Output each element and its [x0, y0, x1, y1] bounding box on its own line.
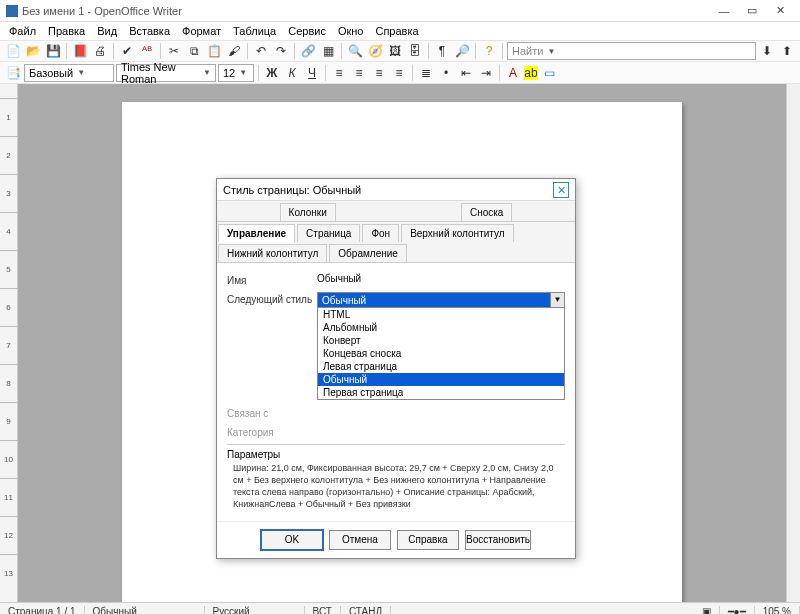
- status-view-icon[interactable]: ▣: [694, 606, 720, 614]
- status-zoom-slider[interactable]: ━●━: [720, 606, 755, 614]
- italic-button[interactable]: К: [283, 64, 301, 82]
- indent-increase-icon[interactable]: ⇥: [477, 64, 495, 82]
- dialog-titlebar[interactable]: Стиль страницы: Обычный ✕: [217, 179, 575, 201]
- formatting-toolbar: 📑 Базовый▼ Times New Roman▼ 12▼ Ж К Ч ≡ …: [0, 62, 800, 84]
- autospell-icon[interactable]: ᴬᴮ: [138, 42, 156, 60]
- cancel-button[interactable]: Отмена: [329, 530, 391, 550]
- tab-footer[interactable]: Нижний колонтитул: [218, 244, 327, 262]
- find-icon[interactable]: 🔍: [346, 42, 364, 60]
- paragraph-style-combo[interactable]: Базовый▼: [24, 64, 114, 82]
- status-style[interactable]: Обычный: [85, 606, 205, 614]
- find-next-icon[interactable]: ⬇: [758, 42, 776, 60]
- label-category: Категория: [227, 425, 317, 438]
- separator: [258, 65, 259, 81]
- option-landscape[interactable]: Альбомный: [318, 321, 564, 334]
- option-endnote[interactable]: Концевая сноска: [318, 347, 564, 360]
- option-html[interactable]: HTML: [318, 308, 564, 321]
- window-title: Без имени 1 - OpenOffice Writer: [22, 5, 710, 17]
- chevron-down-icon[interactable]: ▼: [550, 293, 564, 307]
- menu-window[interactable]: Окно: [333, 24, 369, 38]
- find-input[interactable]: Найти ▼: [507, 42, 756, 60]
- tab-columns[interactable]: Колонки: [280, 203, 336, 221]
- zoom-icon[interactable]: 🔎: [453, 42, 471, 60]
- export-pdf-icon[interactable]: 📕: [71, 42, 89, 60]
- status-selection-mode[interactable]: СТАНД: [341, 606, 391, 614]
- redo-icon[interactable]: ↷: [272, 42, 290, 60]
- menu-tools[interactable]: Сервис: [283, 24, 331, 38]
- window-titlebar: Без имени 1 - OpenOffice Writer — ▭ ✕: [0, 0, 800, 22]
- copy-icon[interactable]: ⧉: [185, 42, 203, 60]
- navigator-icon[interactable]: 🧭: [366, 42, 384, 60]
- cut-icon[interactable]: ✂: [165, 42, 183, 60]
- menu-edit[interactable]: Правка: [43, 24, 90, 38]
- tab-borders[interactable]: Обрамление: [329, 244, 407, 262]
- chevron-down-icon: ▼: [77, 68, 85, 77]
- tab-background[interactable]: Фон: [362, 224, 399, 242]
- menu-table[interactable]: Таблица: [228, 24, 281, 38]
- tab-page[interactable]: Страница: [297, 224, 360, 242]
- open-icon[interactable]: 📂: [24, 42, 42, 60]
- table-icon[interactable]: ▦: [319, 42, 337, 60]
- font-size-combo[interactable]: 12▼: [218, 64, 254, 82]
- option-first-page[interactable]: Первая страница: [318, 386, 564, 399]
- align-justify-icon[interactable]: ≡: [390, 64, 408, 82]
- menu-insert[interactable]: Вставка: [124, 24, 175, 38]
- status-zoom[interactable]: 105 %: [755, 606, 800, 614]
- option-envelope[interactable]: Конверт: [318, 334, 564, 347]
- tab-organizer[interactable]: Управление: [218, 224, 295, 243]
- next-style-input[interactable]: [318, 293, 550, 307]
- vertical-scrollbar[interactable]: [786, 84, 800, 602]
- underline-button[interactable]: Ч: [303, 64, 321, 82]
- print-icon[interactable]: 🖨: [91, 42, 109, 60]
- paste-icon[interactable]: 📋: [205, 42, 223, 60]
- bullet-list-icon[interactable]: •: [437, 64, 455, 82]
- status-page: Страница 1 / 1: [0, 606, 85, 614]
- next-style-combo[interactable]: ▼: [317, 292, 565, 308]
- undo-icon[interactable]: ↶: [252, 42, 270, 60]
- nonprinting-icon[interactable]: ¶: [433, 42, 451, 60]
- menu-view[interactable]: Вид: [92, 24, 122, 38]
- font-color-icon[interactable]: A: [504, 64, 522, 82]
- hyperlink-icon[interactable]: 🔗: [299, 42, 317, 60]
- status-language[interactable]: Русский: [205, 606, 305, 614]
- minimize-button[interactable]: —: [710, 5, 738, 17]
- bold-button[interactable]: Ж: [263, 64, 281, 82]
- status-bar: Страница 1 / 1 Обычный Русский ВСТ СТАНД…: [0, 602, 800, 614]
- font-name-combo[interactable]: Times New Roman▼: [116, 64, 216, 82]
- numbered-list-icon[interactable]: ≣: [417, 64, 435, 82]
- menu-help[interactable]: Справка: [370, 24, 423, 38]
- separator: [428, 43, 429, 59]
- reset-button[interactable]: Восстановить: [465, 530, 531, 550]
- align-right-icon[interactable]: ≡: [370, 64, 388, 82]
- align-left-icon[interactable]: ≡: [330, 64, 348, 82]
- separator: [341, 43, 342, 59]
- option-left-page[interactable]: Левая страница: [318, 360, 564, 373]
- new-icon[interactable]: 📄: [4, 42, 22, 60]
- option-default[interactable]: Обычный: [318, 373, 564, 386]
- menu-file[interactable]: Файл: [4, 24, 41, 38]
- indent-decrease-icon[interactable]: ⇤: [457, 64, 475, 82]
- styles-icon[interactable]: 📑: [4, 64, 22, 82]
- find-prev-icon[interactable]: ⬆: [778, 42, 796, 60]
- next-style-dropdown: HTML Альбомный Конверт Концевая сноска Л…: [317, 308, 565, 400]
- dialog-close-button[interactable]: ✕: [553, 182, 569, 198]
- bg-color-icon[interactable]: ▭: [540, 64, 558, 82]
- datasource-icon[interactable]: 🗄: [406, 42, 424, 60]
- dialog-body: Имя Обычный Следующий стиль ▼ HTML Альбо…: [217, 263, 575, 521]
- help-icon[interactable]: ?: [480, 42, 498, 60]
- align-center-icon[interactable]: ≡: [350, 64, 368, 82]
- spellcheck-icon[interactable]: ✔: [118, 42, 136, 60]
- tab-header[interactable]: Верхний колонтитул: [401, 224, 514, 242]
- gallery-icon[interactable]: 🖼: [386, 42, 404, 60]
- format-paint-icon[interactable]: 🖌: [225, 42, 243, 60]
- help-button[interactable]: Справка: [397, 530, 459, 550]
- highlight-icon[interactable]: ab: [524, 66, 538, 80]
- save-icon[interactable]: 💾: [44, 42, 62, 60]
- ok-button[interactable]: OK: [261, 530, 323, 550]
- close-button[interactable]: ✕: [766, 4, 794, 17]
- vertical-ruler[interactable]: 12345678910111213: [0, 84, 18, 602]
- maximize-button[interactable]: ▭: [738, 4, 766, 17]
- tab-footnote[interactable]: Сноска: [461, 203, 512, 221]
- menu-format[interactable]: Формат: [177, 24, 226, 38]
- status-insert-mode[interactable]: ВСТ: [305, 606, 341, 614]
